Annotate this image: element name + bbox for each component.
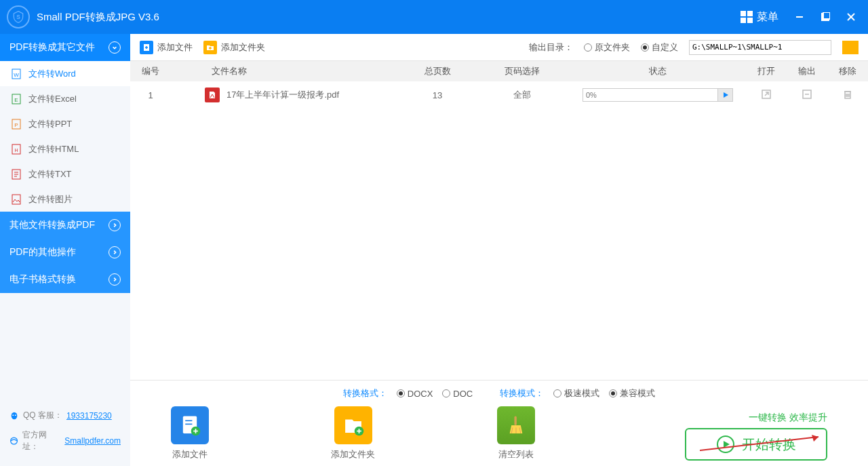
- svg-point-19: [12, 412, 18, 419]
- big-clear-list-button[interactable]: 清空列表: [497, 406, 535, 461]
- svg-rect-3: [823, 12, 830, 19]
- col-remove: 移除: [827, 65, 868, 77]
- pdf-icon: [205, 88, 220, 102]
- qq-icon: [9, 411, 19, 421]
- sidebar-item-image[interactable]: 文件转图片: [0, 187, 130, 212]
- site-link[interactable]: Smallpdfer.com: [64, 436, 121, 446]
- svg-text:P: P: [14, 122, 18, 128]
- qq-link[interactable]: 1933175230: [66, 411, 112, 421]
- excel-icon: E: [11, 94, 22, 104]
- col-name: 文件名称: [171, 65, 400, 77]
- format-label: 转换格式：: [343, 387, 387, 400]
- mode-label: 转换模式：: [500, 387, 544, 400]
- progress-bar: 0%: [583, 88, 718, 102]
- add-folder-icon: [203, 41, 217, 54]
- main-panel: 添加文件 添加文件夹 输出目录： 原文件夹 自定义 编号 文件名称 总页数: [130, 34, 868, 466]
- add-file-button[interactable]: 添加文件: [140, 41, 193, 54]
- svg-text:W: W: [14, 72, 19, 78]
- big-add-folder-icon: [334, 406, 372, 444]
- big-add-folder-button[interactable]: 添加文件夹: [331, 406, 375, 461]
- html-icon: H: [11, 144, 22, 155]
- svg-point-20: [12, 414, 14, 416]
- col-open: 打开: [746, 65, 787, 77]
- svg-text:H: H: [14, 148, 18, 153]
- big-clear-icon: [497, 406, 535, 444]
- sidebar-footer: QQ 客服： 1933175230 官方网址： Smallpdfer.com: [0, 395, 130, 466]
- output-icon[interactable]: [802, 89, 812, 100]
- app-logo: S: [7, 5, 30, 28]
- radio-custom-folder[interactable]: 自定义: [641, 41, 678, 54]
- svg-marker-52: [812, 435, 818, 442]
- toolbar: 添加文件 添加文件夹 输出目录： 原文件夹 自定义: [130, 34, 868, 61]
- radio-original-folder[interactable]: 原文件夹: [584, 41, 630, 54]
- remove-icon[interactable]: [842, 89, 853, 100]
- svg-rect-47: [514, 416, 516, 425]
- svg-marker-28: [724, 92, 728, 98]
- radio-doc[interactable]: DOC: [442, 389, 473, 399]
- add-folder-button[interactable]: 添加文件夹: [203, 41, 265, 54]
- image-icon: [11, 194, 22, 205]
- svg-text:E: E: [14, 97, 18, 103]
- sidebar: PDF转换成其它文件 W 文件转Word E 文件转Excel P 文件转PPT…: [0, 34, 130, 466]
- chevron-right-icon: [108, 246, 121, 258]
- file-name: 17年上半年计算一级报考.pdf: [226, 89, 339, 101]
- col-range: 页码选择: [475, 65, 570, 77]
- sidebar-group-other-to-pdf[interactable]: 其他文件转换成PDF: [0, 212, 130, 239]
- svg-point-21: [15, 414, 16, 416]
- col-output: 输出: [787, 65, 827, 77]
- open-icon[interactable]: [761, 89, 772, 100]
- sidebar-group-pdf-to-other[interactable]: PDF转换成其它文件: [0, 34, 130, 61]
- svg-rect-18: [12, 195, 20, 204]
- svg-line-51: [700, 437, 818, 450]
- sidebar-item-html[interactable]: H 文件转HTML: [0, 136, 130, 161]
- grid-icon: [741, 11, 753, 23]
- output-label: 输出目录：: [529, 41, 573, 54]
- chevron-right-icon: [108, 273, 121, 286]
- radio-compat-mode[interactable]: 兼容模式: [609, 387, 655, 400]
- row-play-button[interactable]: [718, 88, 733, 102]
- close-button[interactable]: [841, 7, 861, 27]
- big-add-file-button[interactable]: 添加文件: [171, 406, 209, 461]
- ie-icon: [9, 436, 18, 446]
- word-icon: W: [11, 69, 22, 79]
- bottom-panel: 转换格式： DOCX DOC 转换模式： 极速模式 兼容模式 添加文件: [130, 380, 868, 466]
- minimize-button[interactable]: [789, 7, 810, 27]
- add-file-icon: [140, 41, 153, 54]
- radio-fast-mode[interactable]: 极速模式: [553, 387, 599, 400]
- ppt-icon: P: [11, 119, 22, 130]
- table-body: 1 17年上半年计算一级报考.pdf 13 全部 0%: [130, 81, 868, 380]
- col-pages: 总页数: [400, 65, 475, 77]
- maximize-button[interactable]: [815, 7, 835, 27]
- col-status: 状态: [570, 65, 746, 77]
- table-header: 编号 文件名称 总页数 页码选择 状态 打开 输出 移除: [130, 61, 868, 81]
- table-row[interactable]: 1 17年上半年计算一级报考.pdf 13 全部 0%: [130, 81, 868, 109]
- convert-tagline: 一键转换 效率提升: [749, 412, 827, 424]
- sidebar-item-word[interactable]: W 文件转Word: [0, 61, 130, 86]
- arrow-annotation: [700, 433, 829, 457]
- chevron-down-icon: [108, 41, 121, 54]
- titlebar: S Small PDF转换成JPG V3.6 菜单: [0, 0, 868, 34]
- sidebar-item-ppt[interactable]: P 文件转PPT: [0, 111, 130, 136]
- sidebar-group-pdf-other-ops[interactable]: PDF的其他操作: [0, 239, 130, 266]
- sidebar-group-ebook[interactable]: 电子书格式转换: [0, 266, 130, 293]
- col-num: 编号: [130, 65, 171, 77]
- big-add-file-icon: [171, 406, 209, 444]
- chevron-right-icon: [108, 219, 121, 231]
- radio-docx[interactable]: DOCX: [397, 389, 433, 399]
- sidebar-item-txt[interactable]: 文件转TXT: [0, 161, 130, 187]
- output-path-input[interactable]: [689, 40, 831, 55]
- browse-folder-button[interactable]: [842, 41, 859, 54]
- txt-icon: [11, 169, 22, 180]
- app-title: Small PDF转换成JPG V3.6: [37, 11, 735, 24]
- svg-text:S: S: [16, 14, 20, 20]
- menu-button[interactable]: 菜单: [735, 7, 784, 27]
- sidebar-item-excel[interactable]: E 文件转Excel: [0, 86, 130, 111]
